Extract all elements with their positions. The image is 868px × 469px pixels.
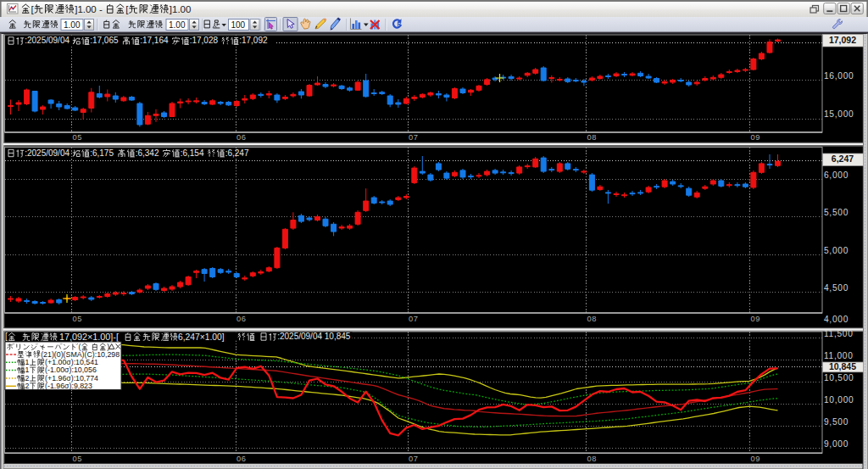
svg-text::17,028: :17,028	[190, 36, 219, 45]
svg-text:[: [	[5, 332, 8, 341]
svg-text:16,000: 16,000	[824, 71, 854, 81]
svg-text:10,500: 10,500	[824, 373, 854, 382]
svg-text:07: 07	[409, 315, 418, 323]
svg-text:9,500: 9,500	[824, 417, 849, 427]
svg-text:09: 09	[751, 455, 760, 463]
svg-text:1.00: 1.00	[64, 20, 81, 30]
svg-text:09: 09	[751, 315, 760, 323]
svg-text::2025/09/04: :2025/09/04	[25, 36, 70, 45]
svg-text:07: 07	[409, 133, 418, 142]
svg-text:9,000: 9,000	[824, 439, 849, 449]
svg-text::17,092: :17,092	[239, 36, 268, 45]
svg-text:06: 06	[236, 133, 246, 142]
svg-text:11,000: 11,000	[824, 351, 854, 360]
svg-text:5,500: 5,500	[824, 208, 849, 217]
svg-text::2025/09/04: :2025/09/04	[25, 148, 70, 158]
svg-text:1.00: 1.00	[169, 20, 186, 30]
svg-text::6,175: :6,175	[90, 148, 114, 158]
svg-text:17,092: 17,092	[829, 35, 856, 45]
svg-text::2025/09/04 10,845: :2025/09/04 10,845	[277, 332, 351, 341]
svg-text:11,500: 11,500	[824, 329, 854, 338]
svg-text:08: 08	[587, 455, 597, 463]
svg-text:]1.00: ]1.00	[170, 4, 192, 14]
svg-text:15,000: 15,000	[824, 109, 854, 119]
svg-text:08: 08	[587, 133, 597, 142]
svg-text::6,342: :6,342	[136, 148, 159, 158]
svg-text:05: 05	[73, 455, 82, 463]
svg-text:4,000: 4,000	[824, 315, 849, 324]
svg-text:4,500: 4,500	[824, 283, 849, 293]
svg-text:10,845: 10,845	[829, 361, 856, 371]
svg-text:R: R	[398, 21, 402, 27]
svg-text::6,154: :6,154	[181, 148, 204, 158]
svg-text:09: 09	[751, 133, 760, 142]
svg-text:6,247×1.00]: 6,247×1.00]	[178, 332, 225, 342]
svg-text:(-1.96σ):9,823: (-1.96σ):9,823	[45, 382, 92, 390]
svg-text:5,000: 5,000	[824, 246, 849, 255]
svg-text:10,000: 10,000	[824, 395, 854, 405]
svg-text::17,164: :17,164	[140, 36, 169, 45]
svg-text::17,065: :17,065	[90, 36, 119, 45]
svg-text:05: 05	[73, 315, 82, 323]
svg-text:08: 08	[587, 315, 597, 323]
svg-text:05: 05	[73, 133, 82, 142]
svg-text:06: 06	[236, 455, 246, 463]
svg-text:2: 2	[25, 382, 29, 390]
svg-text:06: 06	[236, 315, 246, 323]
svg-text::6,247: :6,247	[225, 148, 249, 158]
svg-text:07: 07	[409, 455, 418, 463]
svg-text:17,092×1.00]-[: 17,092×1.00]-[	[59, 332, 119, 342]
svg-text:100: 100	[231, 20, 246, 30]
svg-text:]1.00 -: ]1.00 -	[75, 4, 103, 14]
svg-text:6,247: 6,247	[832, 154, 854, 164]
svg-text:6,000: 6,000	[824, 170, 849, 180]
